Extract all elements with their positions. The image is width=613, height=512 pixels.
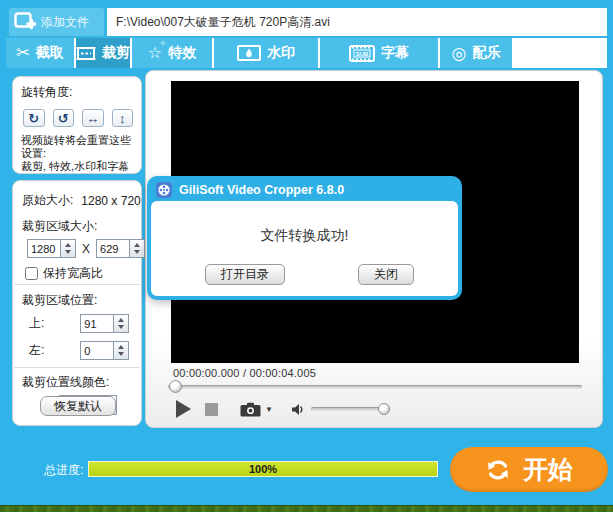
line-color-label: 裁剪位置线颜色:	[22, 374, 141, 391]
crop-width-input[interactable]	[27, 239, 61, 258]
spinner-down-icon	[134, 250, 140, 254]
crop-height-spinner	[96, 239, 145, 258]
file-path-text: F:\Video\007大破量子危机 720P高清.avi	[116, 14, 330, 31]
start-button-label: 开始	[523, 453, 573, 486]
start-button[interactable]: 开始	[450, 447, 608, 492]
crop-icon	[76, 46, 96, 61]
progress-percent-text: 100%	[89, 463, 437, 475]
sync-arrows-icon	[485, 457, 511, 483]
dialog-titlebar[interactable]: GiliSoft Video Cropper 6.8.0	[147, 176, 462, 201]
open-directory-button[interactable]: 打开目录	[205, 264, 285, 285]
flip-vertical-button[interactable]: ↕	[112, 109, 134, 127]
position-top-spin-buttons[interactable]	[114, 314, 129, 333]
tab-watermark-label: 水印	[267, 44, 295, 62]
crop-width-spin-buttons[interactable]	[61, 239, 76, 258]
position-top-input[interactable]	[80, 314, 114, 333]
tab-effects[interactable]: ☆ ✧ 特效	[132, 38, 212, 68]
original-size-label: 原始大小:	[22, 192, 73, 209]
rotate-ccw-button[interactable]: ↺	[53, 109, 75, 127]
crop-height-spin-buttons[interactable]	[130, 239, 145, 258]
dialog-body: 文件转换成功! 打开目录 关闭	[151, 201, 458, 296]
rotate-cw-button[interactable]: ↻	[23, 109, 45, 127]
keep-aspect-checkbox[interactable]	[25, 267, 38, 280]
playback-controls: ▼	[146, 391, 602, 427]
play-button[interactable]	[176, 400, 191, 418]
crop-size-label: 裁剪区域大小:	[22, 218, 141, 235]
rotate-cw-icon: ↻	[28, 112, 39, 125]
volume-handle[interactable]	[378, 403, 390, 415]
close-button[interactable]: 关闭	[358, 264, 414, 285]
tab-crop[interactable]: 裁剪	[76, 38, 130, 68]
add-file-label: 添加文件	[41, 14, 89, 31]
tab-subtitle-label: 字幕	[381, 44, 409, 62]
seek-track[interactable]	[168, 385, 582, 389]
time-display: 00:00:00.000 / 00:00:04.005	[173, 367, 316, 379]
rotation-warning: 视频旋转将会重置这些设置: 裁剪, 特效,水印和字幕	[21, 134, 133, 173]
tab-effects-label: 特效	[168, 44, 196, 62]
spinner-up-icon	[118, 345, 124, 349]
file-path-field: F:\Video\007大破量子危机 720P高清.avi	[107, 8, 607, 36]
crop-width-spinner	[27, 239, 76, 258]
watermark-icon	[237, 45, 261, 61]
tab-watermark[interactable]: 水印	[214, 38, 318, 68]
crop-height-input[interactable]	[96, 239, 130, 258]
tab-subtitle[interactable]: SUB 字幕	[320, 38, 438, 68]
divider	[14, 367, 140, 368]
volume-slider[interactable]	[311, 407, 389, 411]
stop-button[interactable]	[205, 403, 218, 416]
spinner-down-icon	[65, 250, 71, 254]
add-file-icon	[14, 12, 36, 32]
spinner-up-icon	[134, 243, 140, 247]
snapshot-button[interactable]: ▼	[240, 402, 273, 417]
tab-bar: ✂ 截取 裁剪 ☆ ✧ 特效 水印	[6, 38, 607, 68]
size-separator: X	[82, 242, 90, 256]
tab-bar-filler	[514, 38, 607, 68]
star-icon: ☆ ✧	[148, 45, 162, 61]
spinner-down-icon	[118, 325, 124, 329]
dialog-title: GiliSoft Video Cropper 6.8.0	[179, 183, 344, 197]
subtitle-icon-text: SUB	[356, 50, 369, 56]
position-left-input[interactable]	[80, 341, 114, 360]
position-left-spinner	[80, 341, 129, 360]
tab-music[interactable]: ◎ 配乐	[440, 38, 512, 68]
music-disc-icon: ◎	[452, 45, 467, 62]
snapshot-menu-icon[interactable]: ▼	[265, 405, 273, 414]
spinner-up-icon	[65, 243, 71, 247]
position-top-spinner	[80, 314, 129, 333]
app-window: 添加文件 F:\Video\007大破量子危机 720P高清.avi ✂ 截取 …	[0, 0, 613, 512]
flip-horizontal-icon: ↔	[86, 112, 99, 125]
restore-default-button[interactable]: 恢复默认	[40, 396, 116, 416]
scissors-icon: ✂	[16, 45, 29, 61]
flip-horizontal-button[interactable]: ↔	[82, 109, 104, 127]
desktop-background-strip	[0, 505, 613, 512]
camera-icon	[240, 402, 261, 417]
dialog-message: 文件转换成功!	[151, 227, 458, 245]
rotation-label: 旋转角度:	[21, 84, 133, 101]
rotate-ccw-icon: ↺	[58, 112, 69, 125]
tab-crop-label: 裁剪	[102, 44, 130, 62]
position-top-label: 上:	[29, 315, 44, 332]
subtitle-icon: SUB	[349, 45, 375, 62]
tab-capture-label: 截取	[36, 44, 64, 62]
speaker-icon[interactable]	[291, 403, 305, 416]
progress-bar: 100%	[88, 461, 438, 477]
crop-settings-panel: 原始大小: 1280 x 720 裁剪区域大小: X	[12, 180, 142, 426]
top-toolbar: 添加文件 F:\Video\007大破量子危机 720P高清.avi	[6, 6, 607, 38]
conversion-dialog: GiliSoft Video Cropper 6.8.0 文件转换成功! 打开目…	[147, 176, 462, 300]
spinner-up-icon	[118, 318, 124, 322]
divider	[14, 284, 140, 285]
original-size-value: 1280 x 720	[81, 194, 140, 208]
position-left-label: 左:	[29, 342, 44, 359]
star-small-icon: ✧	[159, 40, 166, 48]
rotation-panel: 旋转角度: ↻ ↺ ↔ ↕ 视频旋转将会重置这些设置: 裁剪, 特效,水印和字幕	[12, 76, 142, 174]
keep-aspect-label: 保持宽高比	[43, 265, 103, 282]
film-reel-icon	[156, 182, 172, 198]
crop-position-label: 裁剪区域位置:	[22, 292, 141, 309]
spinner-down-icon	[118, 352, 124, 356]
add-file-button[interactable]: 添加文件	[9, 8, 104, 36]
tab-music-label: 配乐	[472, 44, 500, 62]
position-left-spin-buttons[interactable]	[114, 341, 129, 360]
flip-vertical-icon: ↕	[119, 112, 126, 125]
tab-capture[interactable]: ✂ 截取	[6, 38, 74, 68]
total-progress-label: 总进度:	[44, 462, 83, 479]
